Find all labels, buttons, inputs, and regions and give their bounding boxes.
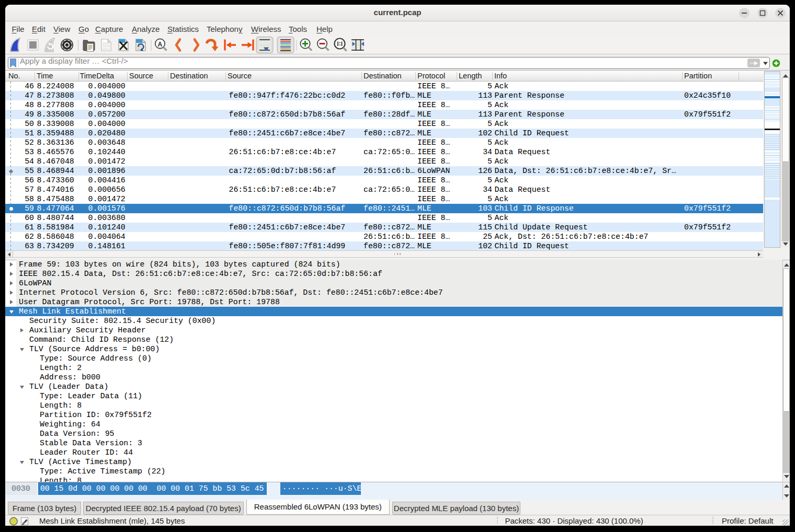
svg-text:0111: 0111 [103,47,110,51]
svg-text:A: A [158,41,163,48]
